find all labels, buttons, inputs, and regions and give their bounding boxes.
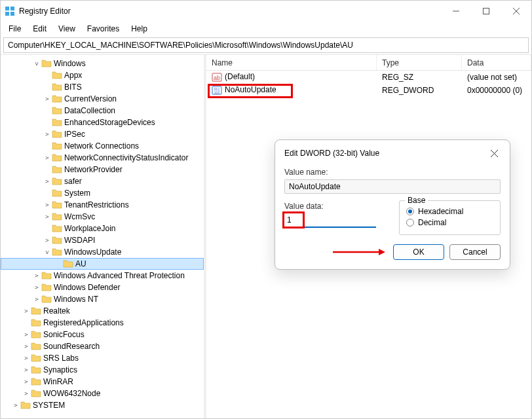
radio-decimal[interactable]: Decimal	[406, 218, 493, 227]
tree-node-windows[interactable]: vWindows	[1, 58, 204, 69]
dialog-title: Edit DWORD (32-bit) Value	[284, 149, 379, 158]
menu-edit[interactable]: Edit	[28, 23, 52, 35]
tree-label: Windows	[54, 58, 86, 69]
tree-node-windows-advanced-threat-protection[interactable]: >Windows Advanced Threat Protection	[1, 270, 204, 282]
value-row[interactable]: 011110NoAutoUpdateREG_DWORD0x00000000 (0…	[206, 84, 531, 97]
tree-node-enhancedstoragedevices[interactable]: EnhancedStorageDevices	[1, 117, 204, 128]
menu-favorites[interactable]: Favorites	[82, 23, 124, 35]
menu-file[interactable]: File	[3, 23, 26, 35]
cancel-button[interactable]: Cancel	[449, 244, 501, 260]
tree-node-network-connections[interactable]: Network Connections	[1, 140, 204, 152]
tree-node-wow6432node[interactable]: >WOW6432Node	[1, 388, 204, 399]
base-legend: Base	[405, 196, 428, 205]
tree-node-wsdapi[interactable]: >WSDAPI	[1, 234, 204, 246]
tree-node-srs-labs[interactable]: >SRS Labs	[1, 352, 204, 364]
dialog-close-button[interactable]	[487, 147, 501, 160]
chevron-right-icon[interactable]: >	[32, 282, 41, 293]
chevron-right-icon[interactable]: >	[11, 399, 20, 411]
value-data: 0x00000000 (0)	[462, 86, 531, 95]
chevron-right-icon[interactable]: >	[43, 199, 52, 211]
radio-hexadecimal[interactable]: Hexadecimal	[406, 207, 493, 216]
tree-node-au[interactable]: AU	[1, 258, 204, 270]
window-controls	[441, 1, 531, 22]
chevron-right-icon[interactable]: >	[43, 175, 52, 187]
tree-node-windows-defender[interactable]: >Windows Defender	[1, 282, 204, 293]
tree-node-tenantrestrictions[interactable]: >TenantRestrictions	[1, 199, 204, 211]
tree-label: WSDAPI	[64, 234, 95, 246]
value-name: (Default)	[225, 72, 255, 81]
col-data[interactable]: Data	[462, 55, 531, 70]
tree-node-ipsec[interactable]: >IPSec	[1, 128, 204, 140]
tree-label: System	[64, 187, 90, 199]
chevron-right-icon[interactable]: >	[22, 305, 31, 317]
tree-node-safer[interactable]: >safer	[1, 175, 204, 187]
chevron-right-icon[interactable]: >	[22, 329, 31, 340]
tree-node-sonicfocus[interactable]: >SonicFocus	[1, 329, 204, 340]
tree-node-registeredapplications[interactable]: RegisteredApplications	[1, 317, 204, 329]
address-bar[interactable]: Computer\HKEY_LOCAL_MACHINE\SOFTWARE\Pol…	[3, 37, 529, 53]
value-type: REG_SZ	[377, 73, 462, 82]
chevron-right-icon[interactable]: >	[43, 128, 52, 140]
value-row[interactable]: ab(Default)REG_SZ(value not set)	[206, 71, 531, 84]
chevron-right-icon[interactable]: >	[43, 211, 52, 223]
tree-node-datacollection[interactable]: DataCollection	[1, 105, 204, 117]
tree-node-appx[interactable]: Appx	[1, 69, 204, 81]
radio-icon	[406, 208, 414, 215]
maximize-button[interactable]	[471, 1, 501, 22]
folder-icon	[52, 106, 62, 115]
tree-node-realtek[interactable]: >Realtek	[1, 305, 204, 317]
tree-node-windowsupdate[interactable]: vWindowsUpdate	[1, 246, 204, 258]
tree-node-networkprovider[interactable]: NetworkProvider	[1, 164, 204, 175]
ok-button[interactable]: OK	[393, 244, 444, 260]
folder-icon	[52, 189, 62, 198]
edit-dword-dialog: Edit DWORD (32-bit) Value Value name: No…	[275, 139, 510, 270]
tree-node-windows-nt[interactable]: >Windows NT	[1, 293, 204, 305]
tree-node-system[interactable]: >SYSTEM	[1, 399, 204, 411]
chevron-right-icon[interactable]: >	[43, 234, 52, 246]
base-fieldset: Base Hexadecimal Decimal	[399, 200, 501, 235]
chevron-down-icon[interactable]: v	[32, 58, 41, 69]
chevron-right-icon[interactable]: >	[32, 270, 41, 282]
folder-icon	[41, 271, 52, 280]
tree-node-wcmsvc[interactable]: >WcmSvc	[1, 211, 204, 223]
tree-node-bits[interactable]: BITS	[1, 81, 204, 93]
svg-rect-1	[10, 7, 14, 10]
tree-node-system[interactable]: System	[1, 187, 204, 199]
chevron-down-icon[interactable]: v	[43, 246, 52, 258]
svg-rect-5	[484, 9, 489, 14]
tree-label: Appx	[64, 69, 82, 81]
chevron-right-icon[interactable]: >	[22, 376, 31, 388]
chevron-right-icon[interactable]: >	[43, 93, 52, 105]
tree-label: EnhancedStorageDevices	[64, 117, 155, 128]
menu-help[interactable]: Help	[126, 23, 153, 35]
tree-label: NetworkConnectivityStatusIndicator	[64, 152, 188, 164]
tree-node-currentversion[interactable]: >CurrentVersion	[1, 93, 204, 105]
col-type[interactable]: Type	[377, 55, 462, 70]
app-icon	[5, 6, 15, 16]
tree-node-workplacejoin[interactable]: WorkplaceJoin	[1, 223, 204, 234]
tree-label: SRS Labs	[43, 352, 79, 364]
chevron-right-icon[interactable]: >	[43, 152, 52, 164]
close-button[interactable]	[501, 1, 531, 22]
col-name[interactable]: Name	[206, 55, 377, 70]
tree-node-soundresearch[interactable]: >SoundResearch	[1, 340, 204, 352]
folder-icon	[52, 224, 62, 233]
minimize-button[interactable]	[441, 1, 471, 22]
string-value-icon: ab	[212, 72, 222, 82]
tree-label: SoundResearch	[43, 340, 100, 352]
menu-view[interactable]: View	[53, 23, 81, 35]
chevron-right-icon[interactable]: >	[22, 388, 31, 399]
tree-node-networkconnectivitystatusindicator[interactable]: >NetworkConnectivityStatusIndicator	[1, 152, 204, 164]
folder-icon	[52, 165, 62, 174]
tree-pane[interactable]: vWindowsAppxBITS>CurrentVersionDataColle…	[1, 55, 204, 418]
tree-label: DataCollection	[64, 105, 115, 117]
folder-icon	[52, 200, 62, 210]
chevron-right-icon[interactable]: >	[22, 364, 31, 376]
folder-icon	[31, 306, 41, 316]
tree-label: TenantRestrictions	[64, 199, 129, 211]
tree-node-synaptics[interactable]: >Synaptics	[1, 364, 204, 376]
chevron-right-icon[interactable]: >	[32, 293, 41, 305]
tree-node-winrar[interactable]: >WinRAR	[1, 376, 204, 388]
chevron-right-icon[interactable]: >	[22, 340, 31, 352]
chevron-right-icon[interactable]: >	[22, 352, 31, 364]
